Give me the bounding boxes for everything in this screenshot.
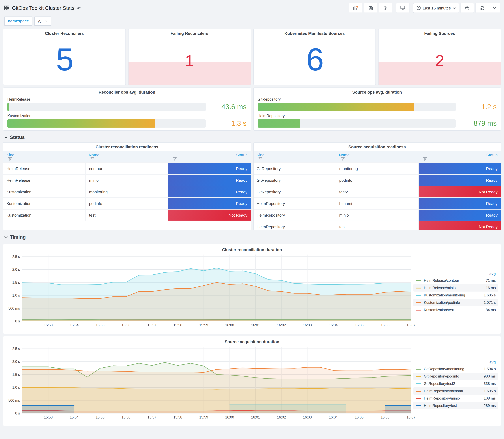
- status-badge: Not Ready: [168, 209, 250, 220]
- variable-label-namespace: namespace: [4, 16, 32, 26]
- variable-value-dropdown[interactable]: All: [34, 16, 51, 26]
- panel-title[interactable]: Reconciler ops avg. duration: [7, 88, 246, 95]
- svg-text:15:58: 15:58: [173, 323, 182, 327]
- gauge-row: 879 ms: [258, 119, 497, 128]
- panel-title[interactable]: Cluster reconciliation duration: [5, 245, 499, 252]
- legend-item[interactable]: HelmRepository/bitnami1.695 s: [413, 387, 498, 395]
- gauge-fill: [7, 103, 9, 111]
- dashboard-settings-button[interactable]: [379, 3, 392, 13]
- cell-name: test: [336, 221, 418, 230]
- svg-text:1.5 s: 1.5 s: [12, 373, 20, 377]
- table-row: HelmReleasecontourReady: [3, 163, 250, 174]
- stat-panel-0: Cluster Reconcilers5: [3, 29, 126, 85]
- series-avg-value: 980 ms: [484, 374, 496, 378]
- status-badge: Ready: [168, 186, 250, 198]
- table-row: GitRepositorymonitoringReady: [254, 163, 501, 174]
- series-avg-value: 1.071 s: [484, 300, 496, 305]
- legend-item[interactable]: Kustomization/test84 ms: [413, 306, 498, 314]
- column-header-name[interactable]: Name: [336, 151, 418, 163]
- series-color-swatch: [416, 405, 421, 406]
- legend-item[interactable]: HelmRelease/contour71 ms: [413, 277, 498, 284]
- time-series-plot: 0 s500 ms1.0 s1.5 s2.0 s2.5 s15:5315:541…: [5, 344, 413, 425]
- table-row: HelmReleaseminioReady: [3, 174, 250, 186]
- zoom-out-button[interactable]: [461, 3, 474, 13]
- panel-title[interactable]: Failing Reconcilers: [129, 29, 251, 36]
- series-name: HelmRepository/test: [424, 403, 484, 408]
- series-name: HelmRelease/contour: [424, 278, 486, 283]
- legend-item[interactable]: HelmRepository/test289 ms: [413, 402, 498, 409]
- chart-body: 0 s500 ms1.0 s1.5 s2.0 s2.5 s15:5315:541…: [5, 344, 499, 425]
- svg-text:16:02: 16:02: [277, 415, 286, 419]
- column-header-status[interactable]: Status: [418, 151, 501, 163]
- legend-item[interactable]: Kustomization/podinfo1.071 s: [413, 299, 498, 306]
- chart-svg[interactable]: 0 s500 ms1.0 s1.5 s2.0 s2.5 s15:5315:541…: [5, 344, 413, 421]
- panel-title[interactable]: Source acquisition readiness: [254, 143, 501, 149]
- chevron-down-icon: [4, 136, 8, 139]
- gauge-row: 43.6 ms: [7, 103, 246, 111]
- filter-icon[interactable]: [8, 157, 12, 161]
- refresh-button[interactable]: [476, 3, 489, 13]
- dashboards-icon[interactable]: [4, 5, 9, 10]
- status-badge: Not Ready: [418, 186, 501, 198]
- column-header-name[interactable]: Name: [86, 151, 168, 163]
- panel-title[interactable]: Failing Sources: [379, 29, 501, 36]
- legend-item[interactable]: HelmRepository/minio108 ms: [413, 395, 498, 402]
- svg-text:15:55: 15:55: [96, 323, 105, 327]
- gauge-panel-1: Source ops avg. durationGitRepository1.2…: [253, 87, 501, 131]
- gauge-value: 1.3 s: [210, 119, 246, 128]
- section-title: Timing: [10, 234, 26, 240]
- panel-title[interactable]: Cluster reconciliation readiness: [3, 143, 250, 149]
- section-row-timing[interactable]: Timing: [0, 230, 504, 242]
- column-header-kind[interactable]: Kind: [254, 151, 336, 163]
- status-badge: Ready: [418, 163, 501, 174]
- legend-item[interactable]: Kustomization/monitoring1.605 s: [413, 292, 498, 299]
- clock-icon: [417, 6, 421, 10]
- legend-avg-header[interactable]: avg: [413, 271, 498, 277]
- share-icon[interactable]: [77, 6, 82, 10]
- panel-title[interactable]: Kubernetes Manifests Sources: [254, 29, 376, 36]
- series-name: GitRepository/test2: [424, 381, 484, 386]
- status-badge: Ready: [168, 163, 250, 174]
- table-row: HelmRepositorytestNot Ready: [254, 221, 501, 230]
- panel-title[interactable]: Source acquisition duration: [5, 337, 499, 344]
- section-title: Status: [10, 134, 25, 140]
- legend-item[interactable]: HelmRelease/minio16 ms: [413, 284, 498, 292]
- svg-text:16:05: 16:05: [355, 323, 364, 327]
- series-avg-value: 1.605 s: [484, 293, 496, 297]
- gauge-value: 1.2 s: [461, 103, 497, 111]
- gauge-value: 43.6 ms: [210, 103, 246, 111]
- legend-item[interactable]: GitRepository/monitoring1.594 s: [413, 365, 498, 373]
- section-row-status[interactable]: Status: [0, 131, 504, 142]
- legend-item[interactable]: GitRepository/podinfo980 ms: [413, 373, 498, 380]
- cycle-view-button[interactable]: [396, 3, 409, 13]
- gauge-panel-0: Reconciler ops avg. durationHelmRelease4…: [3, 87, 251, 131]
- filter-icon[interactable]: [91, 157, 94, 161]
- panel-title[interactable]: Source ops avg. duration: [258, 88, 497, 95]
- series-name: Kustomization/podinfo: [424, 300, 484, 305]
- column-header-status[interactable]: Status: [168, 151, 250, 163]
- cell-kind: HelmRelease: [3, 174, 86, 186]
- readiness-table: KindNameStatusGitRepositorymonitoringRea…: [254, 151, 501, 230]
- table-row: KustomizationpodinfoReady: [3, 198, 250, 209]
- svg-text:15:54: 15:54: [70, 323, 79, 327]
- panel-title[interactable]: Cluster Reconcilers: [3, 29, 125, 36]
- svg-text:16:01: 16:01: [251, 415, 260, 419]
- svg-text:15:58: 15:58: [173, 415, 182, 419]
- legend-item[interactable]: GitRepository/test2338 ms: [413, 380, 498, 387]
- filter-icon[interactable]: [423, 157, 427, 161]
- filter-icon[interactable]: [258, 157, 262, 161]
- add-panel-button[interactable]: [349, 3, 362, 13]
- refresh-interval-dropdown[interactable]: [489, 3, 500, 13]
- tables-row: Cluster reconciliation readinessKindName…: [0, 142, 504, 230]
- chart-svg[interactable]: 0 s500 ms1.0 s1.5 s2.0 s2.5 s15:5315:541…: [5, 252, 413, 329]
- top-bar: GitOps Toolkit Cluster Stats: [0, 0, 504, 14]
- series-name: HelmRepository/minio: [424, 396, 484, 401]
- filter-icon[interactable]: [173, 157, 177, 161]
- legend-avg-header[interactable]: avg: [413, 359, 498, 365]
- save-dashboard-button[interactable]: [364, 3, 377, 13]
- status-badge: Ready: [168, 174, 250, 186]
- column-header-kind[interactable]: Kind: [3, 151, 86, 163]
- filter-icon[interactable]: [341, 157, 344, 161]
- chart-legend: avgGitRepository/monitoring1.594 sGitRep…: [413, 344, 499, 425]
- time-range-picker[interactable]: Last 15 minutes: [413, 3, 459, 13]
